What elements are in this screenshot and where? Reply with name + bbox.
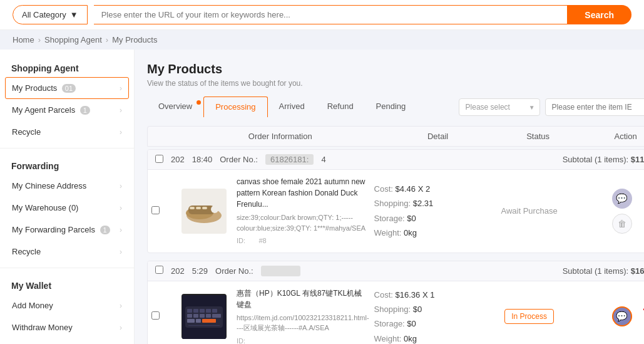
product-spec-1: size:39;colour:Dark brown;QTY: 1;-----co… (237, 212, 369, 233)
order-meta-left-1: 202 18:40 Order No.: 61826181: 4 (155, 154, 326, 165)
layout: Shopping Agent My Products 01 › My Agent… (0, 50, 644, 344)
order-time-2: 5:29 (192, 266, 208, 276)
svg-rect-12 (200, 309, 205, 313)
sidebar-item-recycle2[interactable]: Recycle › (0, 241, 134, 263)
storage-row: Storage: $0 (374, 211, 474, 226)
col-status: Status (488, 132, 588, 141)
breadcrumb-sep1: › (38, 35, 41, 44)
row-checkbox-1[interactable] (151, 206, 176, 216)
order-subtotal: $11.24 (631, 155, 644, 164)
order-number-2 (261, 266, 301, 276)
shopping-row: Shopping: $2.31 (374, 196, 474, 211)
chat-icon-1[interactable]: 💬 (612, 189, 632, 209)
product-pid-2: ID: (237, 336, 369, 344)
sidebar-item-add-money[interactable]: Add Money › (0, 294, 134, 316)
svg-rect-4 (190, 207, 195, 209)
delete-icon-1[interactable]: 🗑 (612, 214, 632, 234)
breadcrumb-sep2: › (106, 35, 108, 44)
svg-rect-13 (206, 309, 211, 313)
sidebar-item-forwarding-parcels[interactable]: My Forwarding Parcels 1 › (0, 219, 134, 241)
dot-icon (197, 100, 201, 105)
sidebar-item-label: Recycle (12, 127, 41, 137)
order-checkbox-2[interactable] (155, 266, 163, 276)
sidebar-item-my-agent-parcels[interactable]: My Agent Parcels 1 › (0, 99, 134, 121)
svg-point-7 (211, 206, 218, 213)
breadcrumb-current: My Products (112, 35, 157, 44)
tab-pending[interactable]: Pending (365, 96, 417, 117)
action-col-1: 💬 🗑 (585, 189, 644, 234)
product-info-2: 惠普（HP）K10GL 有线87键TKL机械键盘 https://item.jd… (237, 288, 369, 344)
sidebar-item-label: Recycle (12, 247, 41, 256)
order-meta-left-2: 202 5:29 Order No.: (155, 266, 300, 276)
product-image-2 (181, 294, 227, 339)
category-button[interactable]: All Category ▼ (13, 5, 88, 24)
shopping-row-2: Shopping: $0 (374, 302, 474, 316)
search-button[interactable]: Search (567, 5, 631, 24)
sidebar-item-label: My Chinese Address (12, 181, 86, 190)
tabs-row: Overview Processing Arrived Refund Pendi… (147, 96, 644, 117)
sidebar-item-my-products[interactable]: My Products 01 › (5, 77, 129, 99)
cost-col-1: Cost: $4.46 X 2 Shopping: $2.31 Storage:… (374, 182, 474, 241)
sidebar-item-chinese-address[interactable]: My Chinese Address › (0, 175, 134, 197)
tab-overview[interactable]: Overview (147, 96, 203, 117)
action-col-2: 💬 (585, 306, 644, 326)
product-pid-1: ID: #8 (237, 236, 369, 246)
red-arrow-annotation (637, 294, 644, 321)
order-checkbox[interactable] (155, 155, 163, 165)
product-name-2: 惠普（HP）K10GL 有线87键TKL机械键盘 (237, 288, 369, 310)
chat-icon-2[interactable]: 💬 (612, 306, 632, 326)
breadcrumb-shopping-agent[interactable]: Shopping Agent (44, 35, 102, 44)
order-label: Order No.: (220, 155, 258, 164)
svg-rect-22 (202, 319, 216, 323)
sidebar-item-recycle1[interactable]: Recycle › (0, 121, 134, 143)
col-detail: Detail (388, 132, 488, 141)
filter-input[interactable] (545, 98, 644, 116)
row-checkbox-2[interactable] (151, 311, 176, 321)
cost-row-2: Cost: $16.36 X 1 (374, 288, 474, 302)
order-number: 61826181: (265, 154, 314, 165)
svg-rect-19 (212, 314, 221, 318)
sidebar-item-label: My Products 01 (12, 83, 76, 93)
header: All Category ▼ Search (0, 0, 644, 30)
breadcrumb-home[interactable]: Home (13, 35, 34, 44)
order-qty: 4 (321, 155, 325, 164)
storage-row-2: Storage: $0 (374, 316, 474, 331)
arrow-svg (637, 294, 644, 319)
arrow-icon: › (120, 182, 122, 190)
search-bar: Search (94, 5, 631, 24)
col-action: Action (588, 132, 644, 141)
order-block-2: 202 5:29 Order No.: Subtotal (1 items): … (147, 261, 644, 345)
svg-rect-15 (187, 314, 192, 318)
product-name-1: canvas shoe female 2021 autumn new patte… (237, 176, 369, 210)
table-header: Order Information Detail Status Action (147, 126, 644, 147)
tab-processing[interactable]: Processing (203, 96, 267, 117)
sidebar-item-my-coupons[interactable]: My Coupons › (0, 338, 134, 344)
arrow-icon: › (120, 106, 122, 115)
filter-input-wrap (545, 98, 644, 116)
order-date: 202 (171, 155, 185, 164)
sidebar-section-wallet: My Wallet (0, 273, 134, 294)
page-subtitle: View the status of the items we bought f… (147, 79, 644, 88)
status-col-1: Await Purchase (479, 206, 580, 216)
sidebar-section-shopping-agent: Shopping Agent (0, 56, 134, 77)
sidebar-item-label: My Warehouse (0) (12, 203, 78, 212)
filter-select[interactable]: Please select (459, 98, 540, 116)
sidebar-divider2 (0, 268, 134, 268)
svg-rect-10 (187, 309, 192, 313)
svg-rect-21 (196, 319, 201, 323)
sidebar-item-withdraw-money[interactable]: Withdraw Money › (0, 316, 134, 338)
search-input[interactable] (94, 5, 568, 24)
tab-refund[interactable]: Refund (316, 96, 365, 117)
svg-rect-23 (188, 325, 220, 326)
sidebar-item-my-warehouse[interactable]: My Warehouse (0) › (0, 197, 134, 219)
sidebar-item-label: My Agent Parcels 1 (12, 105, 90, 115)
tabs: Overview Processing Arrived Refund Pendi… (147, 96, 417, 117)
cost-row: Cost: $4.46 X 2 (374, 182, 474, 196)
page-title: My Products (147, 62, 644, 76)
shoe-svg (182, 189, 226, 233)
arrow-icon: › (120, 128, 122, 137)
arrow-icon: › (120, 248, 122, 256)
tab-arrived[interactable]: Arrived (268, 96, 316, 117)
chevron-down-icon: ▼ (70, 10, 78, 19)
col-checkbox (148, 132, 173, 141)
